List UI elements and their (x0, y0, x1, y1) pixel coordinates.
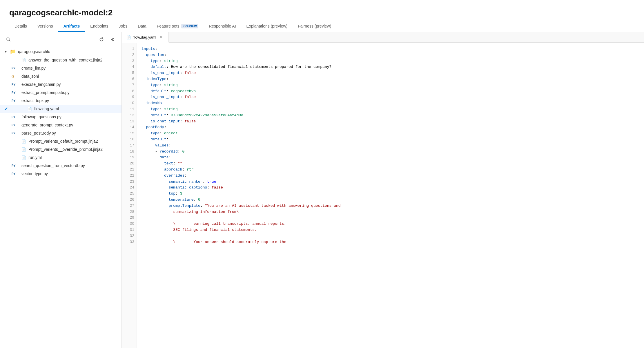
collapse-icon (111, 37, 115, 42)
filename-label: extract_topk.py (21, 98, 49, 103)
refresh-icon (99, 37, 104, 42)
list-item[interactable]: PY vector_type.py (0, 170, 121, 178)
sidebar-toolbar (0, 32, 121, 47)
tab-featuresets[interactable]: Feature sets PREVIEW (152, 21, 204, 32)
preview-badge: PREVIEW (181, 24, 199, 28)
svg-line-1 (9, 40, 10, 41)
filename-label: Prompt_varients_default_prompt.jinja2 (28, 139, 98, 144)
tab-data[interactable]: Data (133, 21, 152, 32)
tab-filename: flow.dag.yaml (133, 35, 156, 39)
filename-label: vector_type.py (21, 171, 48, 176)
list-item[interactable]: 📄 run.yml (0, 153, 121, 162)
nav-tabs: Details Versions Artifacts Endpoints Job… (0, 21, 644, 32)
tab-versions[interactable]: Versions (32, 21, 58, 32)
filename-label: run.yml (28, 155, 42, 160)
filename-label: parse_postBody.py (21, 131, 56, 135)
folder-name: qaragcogsearchlc (18, 49, 50, 54)
list-item[interactable]: 📄 answer_the_question_with_context.jinja… (0, 56, 121, 64)
tab-endpoints[interactable]: Endpoints (85, 21, 113, 32)
folder-icon: 📁 (10, 49, 16, 54)
list-item[interactable]: PY execute_langchain.py (0, 80, 121, 88)
editor-tabs: 📄 flow.dag.yaml ✕ (122, 32, 644, 43)
chevron-down-icon: ▼ (4, 50, 8, 54)
selected-check-icon: ✔ (4, 106, 8, 112)
list-item[interactable]: PY followup_questions.py (0, 113, 121, 121)
code-editor[interactable]: inputs: question: type: string default: … (137, 43, 644, 348)
tab-explanations[interactable]: Explanations (preview) (241, 21, 293, 32)
tab-jobs[interactable]: Jobs (114, 21, 133, 32)
list-item[interactable]: 📄 Prompt_varients__override_prompt.jinja… (0, 145, 121, 153)
yaml-small-icon: 📄 (21, 155, 26, 160)
sidebar-files: ▼ 📁 qaragcogsearchlc 📄 answer_the_questi… (0, 47, 121, 348)
filename-label: flow.dag.yaml (34, 106, 59, 111)
tab-details[interactable]: Details (9, 21, 32, 32)
app-container: qaragcogsearchlc-model:2 Details Version… (0, 0, 644, 348)
list-item[interactable]: PY search_question_from_vectordb.py (0, 162, 121, 170)
list-item[interactable]: PY create_llm.py (0, 64, 121, 72)
sidebar: ▼ 📁 qaragcogsearchlc 📄 answer_the_questi… (0, 32, 122, 348)
filename-label: Prompt_varients__override_prompt.jinja2 (28, 147, 103, 152)
filename-label: generate_prompt_context.py (21, 123, 73, 127)
tab-fairness[interactable]: Fairness (preview) (293, 21, 336, 32)
filename-label: create_llm.py (21, 66, 46, 70)
code-container: 12345 678910 1112131415 1617181920 21222… (122, 43, 644, 348)
filename-label: followup_questions.py (21, 115, 61, 119)
list-item[interactable]: {} data.jsonl (0, 72, 121, 80)
page-title: qaragcogsearchlc-model:2 (0, 0, 644, 21)
search-icon (6, 37, 11, 42)
folder-item[interactable]: ▼ 📁 qaragcogsearchlc (0, 47, 121, 56)
filename-label: data.jsonl (21, 74, 39, 79)
list-item[interactable]: PY generate_prompt_context.py (0, 121, 121, 129)
filename-label: extract_prompttemplate.py (21, 90, 70, 95)
filename-label: execute_langchain.py (21, 82, 61, 87)
tab-artifacts[interactable]: Artifacts (58, 21, 85, 32)
doc-icon: 📄 (21, 147, 26, 152)
list-item[interactable]: ✔ 📄 flow.dag.yaml (0, 105, 121, 113)
editor-area: 📄 flow.dag.yaml ✕ 12345 678910 111213141… (122, 32, 644, 348)
list-item[interactable]: PY extract_topk.py (0, 97, 121, 105)
editor-tab-active[interactable]: 📄 flow.dag.yaml ✕ (122, 32, 169, 43)
list-item[interactable]: PY parse_postBody.py (0, 129, 121, 137)
list-item[interactable]: PY extract_prompttemplate.py (0, 88, 121, 97)
doc-icon: 📄 (21, 139, 26, 144)
line-numbers: 12345 678910 1112131415 1617181920 21222… (122, 43, 137, 348)
tab-file-icon: 📄 (126, 35, 131, 39)
yaml-icon: 📄 (27, 107, 32, 111)
tab-responsibleai[interactable]: Responsible AI (204, 21, 241, 32)
filename-label: answer_the_question_with_context.jinja2 (28, 58, 102, 62)
filename-label: search_question_from_vectordb.py (21, 163, 85, 168)
main-content: ▼ 📁 qaragcogsearchlc 📄 answer_the_questi… (0, 32, 644, 348)
tab-close-button[interactable]: ✕ (159, 35, 164, 40)
refresh-button[interactable] (97, 35, 106, 44)
search-button[interactable] (4, 35, 13, 44)
collapse-button[interactable] (109, 35, 117, 44)
doc-icon: 📄 (21, 58, 26, 62)
list-item[interactable]: 📄 Prompt_varients_default_prompt.jinja2 (0, 137, 121, 145)
